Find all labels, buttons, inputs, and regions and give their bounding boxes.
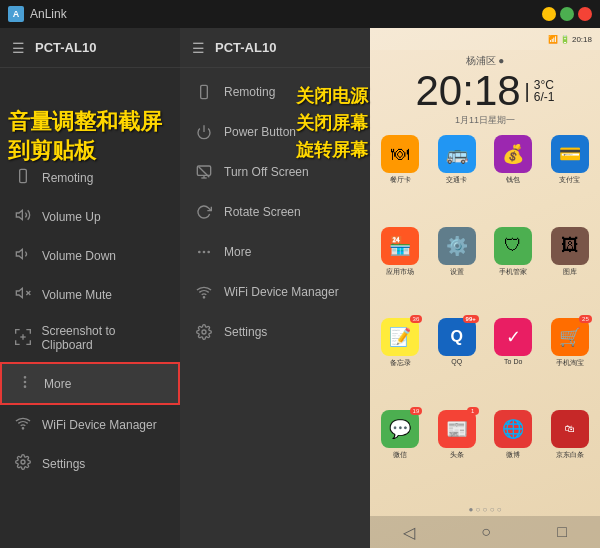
app-item-weibo[interactable]: 🌐 微博 (487, 410, 540, 498)
volume-down-icon (14, 246, 32, 265)
sidebar-item-screenshot[interactable]: Screenshot to Clipboard (0, 314, 180, 362)
app-icon-weibo: 🌐 (494, 410, 532, 448)
volume-mute-icon (14, 285, 32, 304)
power-button-label: Power Button (224, 125, 296, 139)
app-item-todo[interactable]: ✓ To Do (487, 318, 540, 406)
power-icon (194, 122, 214, 142)
app-icon-settings-app: ⚙️ (438, 227, 476, 265)
wifi-manager-label: WiFi Device Manager (42, 418, 157, 432)
middle-remoting-label: Remoting (224, 85, 275, 99)
screen-off-icon (194, 162, 214, 182)
app-item-wechat[interactable]: 💬 19 微信 (374, 410, 427, 498)
app-icon-transit: 🚌 (438, 135, 476, 173)
phone-icon (14, 168, 32, 187)
sidebar-item-more[interactable]: More (0, 362, 180, 405)
rotate-icon (194, 202, 214, 222)
status-bar: 📶 🔋 20:18 (370, 28, 600, 50)
sidebar-item-volume-mute[interactable]: Volume Mute (0, 275, 180, 314)
screenshot-icon (14, 329, 31, 348)
app-item-jd[interactable]: 🛍 京东白条 (544, 410, 597, 498)
svg-rect-0 (20, 169, 27, 182)
app-item-phone-manager[interactable]: 🛡 手机管家 (487, 227, 540, 315)
app-icon-todo: ✓ (494, 318, 532, 356)
app-item-transit[interactable]: 🚌 交通卡 (431, 135, 484, 223)
hamburger-icon[interactable]: ☰ (12, 40, 25, 56)
app-label-alipay: 支付宝 (559, 175, 580, 185)
middle-wifi-icon (194, 282, 214, 302)
phone-panel: 📶 🔋 20:18 杨浦区 ● 20:18 | 3°C 6/-1 1月11日星期… (370, 28, 600, 548)
battery-icon: 🔋 (560, 35, 570, 44)
app-item-alipay[interactable]: 💳 支付宝 (544, 135, 597, 223)
app-label-memo: 备忘录 (390, 358, 411, 368)
sidebar-item-volume-up[interactable]: Volume Up (0, 197, 180, 236)
middle-item-wifi-manager[interactable]: WiFi Device Manager (180, 272, 370, 312)
app-label-wechat: 微信 (393, 450, 407, 460)
rotate-screen-label: Rotate Screen (224, 205, 301, 219)
more-label-middle: More (224, 245, 251, 259)
app-label-todo: To Do (504, 358, 522, 365)
middle-wifi-label: WiFi Device Manager (224, 285, 339, 299)
app-logo: A (8, 6, 24, 22)
app-label-wallet: 钱包 (506, 175, 520, 185)
maximize-button[interactable] (560, 7, 574, 21)
app-icon-wechat: 💬 19 (381, 410, 419, 448)
remoting-label: Remoting (42, 171, 93, 185)
app-item-qq[interactable]: Q 99+ QQ (431, 318, 484, 406)
svg-point-19 (199, 251, 200, 252)
news-badge: 1 (467, 407, 479, 415)
close-button[interactable] (578, 7, 592, 21)
app-label-jd: 京东白条 (556, 450, 584, 460)
app-icon-alipay: 💳 (551, 135, 589, 173)
middle-item-settings[interactable]: Settings (180, 312, 370, 352)
minimize-button[interactable] (542, 7, 556, 21)
right-annotation-text: 关闭电源 关闭屏幕 旋转屏幕 (296, 83, 368, 164)
volume-mute-label: Volume Mute (42, 288, 112, 302)
volume-up-icon (14, 207, 32, 226)
app-item-appstore[interactable]: 🏪 应用市场 (374, 227, 427, 315)
status-time: 20:18 (572, 35, 592, 44)
app-icon-gallery: 🖼 (551, 227, 589, 265)
home-button[interactable]: ○ (481, 523, 491, 541)
app-icon-memo: 📝 36 (381, 318, 419, 356)
wechat-badge: 19 (410, 407, 423, 415)
bottom-nav: ◁ ○ □ (370, 516, 600, 548)
settings-icon (14, 454, 32, 473)
back-button[interactable]: ◁ (403, 523, 415, 542)
sidebar-item-wifi-manager[interactable]: WiFi Device Manager (0, 405, 180, 444)
sidebar-item-settings[interactable]: Settings (0, 444, 180, 483)
app-item-settings-app[interactable]: ⚙️ 设置 (431, 227, 484, 315)
middle-hamburger-icon[interactable]: ☰ (192, 40, 205, 56)
app-icon-news: 📰 1 (438, 410, 476, 448)
memo-badge: 36 (410, 315, 423, 323)
volume-up-label: Volume Up (42, 210, 101, 224)
recents-button[interactable]: □ (557, 523, 567, 541)
middle-phone-icon (194, 82, 214, 102)
middle-more-icon (194, 242, 214, 262)
middle-settings-label: Settings (224, 325, 267, 339)
temp-range: 6/-1 (534, 91, 555, 103)
clock-location: 杨浦区 ● (370, 54, 600, 68)
app-label-canteen: 餐厅卡 (390, 175, 411, 185)
app-item-memo[interactable]: 📝 36 备忘录 (374, 318, 427, 406)
middle-item-rotate-screen[interactable]: Rotate Screen (180, 192, 370, 232)
app-item-gallery[interactable]: 🖼 图库 (544, 227, 597, 315)
app-icon-phone-manager: 🛡 (494, 227, 532, 265)
main-container: ☰ PCT-AL10 音量调整和截屏到剪贴板 Remoting Volume U… (0, 28, 600, 548)
clock-date: 1月11日星期一 (370, 114, 600, 127)
app-item-taobao[interactable]: 🛒 25 手机淘宝 (544, 318, 597, 406)
middle-item-more[interactable]: More (180, 232, 370, 272)
left-sidebar: ☰ PCT-AL10 音量调整和截屏到剪贴板 Remoting Volume U… (0, 28, 180, 548)
app-item-canteen[interactable]: 🍽 餐厅卡 (374, 135, 427, 223)
middle-panel: ☰ PCT-AL10 关闭电源 关闭屏幕 旋转屏幕 Remoting Power… (180, 28, 370, 548)
status-icons: 📶 🔋 20:18 (548, 35, 592, 44)
svg-point-11 (22, 428, 23, 429)
turn-off-screen-label: Turn Off Screen (224, 165, 309, 179)
app-icon-qq: Q 99+ (438, 318, 476, 356)
app-item-wallet[interactable]: 💰 钱包 (487, 135, 540, 223)
sidebar-item-volume-down[interactable]: Volume Down (0, 236, 180, 275)
app-label-phone-manager: 手机管家 (499, 267, 527, 277)
left-annotation-text: 音量调整和截屏到剪贴板 (8, 108, 180, 165)
middle-panel-header: ☰ PCT-AL10 (180, 28, 370, 68)
app-item-news[interactable]: 📰 1 头条 (431, 410, 484, 498)
more-label: More (44, 377, 71, 391)
